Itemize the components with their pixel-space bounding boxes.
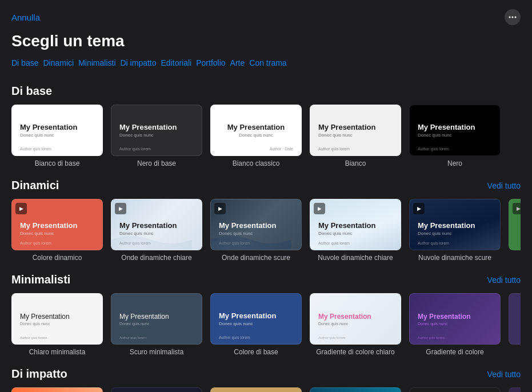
thumb-nuvole-scure: ▶ My Presentation Donec quis nunc Author… (409, 199, 501, 250)
theme-colore-dinamico[interactable]: ▶ My Presentation Donec quis nunc Author… (11, 199, 103, 262)
thumb-bianco-base: My Presentation Donec quis nunc Author q… (11, 105, 103, 156)
tab-di-impatto[interactable]: Di impatto (121, 57, 161, 69)
theme-impatto-3[interactable]: MY PRESENTATION (210, 387, 302, 392)
theme-impatto-4[interactable]: Donec quis nuno (310, 387, 401, 392)
thumb-gradiente-chiaro: My Presentation Donec quis nunc Author q… (310, 293, 401, 345)
svg-point-0 (509, 17, 511, 18)
theme-nero-base[interactable]: My Presentation Donec quis nunc Author q… (111, 105, 202, 167)
theme-colore-base-min[interactable]: My Presentation Donec quis nunc Author q… (210, 293, 302, 356)
theme-nuvole-chiare-label: Nuvole dinamiche chiare (318, 254, 393, 262)
thumb-scuro-min: My Presentation Donec quis nunc Author q… (111, 293, 202, 345)
tab-editoriali[interactable]: Editoriali (161, 57, 197, 69)
section-dinamici: Dinamici Vedi tutto ▶ My Presentation Do… (0, 172, 532, 266)
theme-extra-impatto[interactable] (509, 387, 521, 392)
section-dinamici-header: Dinamici Vedi tutto (11, 179, 521, 192)
section-minimalisti: Minimalisti Vedi tutto My Presentation D… (0, 266, 532, 361)
theme-bianco[interactable]: My Presentation Donec quis nunc Author q… (310, 105, 401, 167)
thumb-impatto-2: MY PRESENTATION (111, 387, 202, 392)
more-button[interactable] (505, 9, 521, 25)
svg-point-2 (515, 17, 517, 18)
thumb-extra-dynamic: ▶ (509, 199, 521, 250)
thumb-nero: My Presentation Donec quis nunc Author q… (409, 105, 501, 156)
theme-chiaro-min-label: Chiaro minimalista (29, 348, 86, 356)
tab-di-base[interactable]: Di base (11, 57, 43, 69)
thumb-impatto-1: MY PRESENTATION 👥 (11, 387, 103, 392)
theme-scuro-min-label: Scuro minimalista (130, 348, 184, 356)
theme-bianco-base-label: Bianco di base (35, 159, 80, 167)
see-all-dinamici[interactable]: Vedi tutto (487, 181, 521, 190)
thumb-colore-base-min: My Presentation Donec quis nunc Author q… (210, 293, 302, 345)
theme-gradiente-colore-label: Gradiente di colore (426, 348, 483, 356)
section-minimalisti-header: Minimalisti Vedi tutto (11, 273, 521, 286)
theme-gradiente-chiaro[interactable]: My Presentation Donec quis nunc Author q… (310, 293, 401, 356)
theme-impatto-5[interactable]: DONEC QUIS NUNO MY PRESENTATION (409, 387, 501, 392)
thumb-chiaro-min: My Presentation Donec quis nunc Author q… (11, 293, 103, 345)
wave-svg (211, 230, 291, 250)
theme-colore-dinamico-label: Colore dinamico (33, 254, 82, 262)
tab-portfolio[interactable]: Portfolio (196, 57, 230, 69)
theme-bianco-base[interactable]: My Presentation Donec quis nunc Author q… (11, 105, 103, 167)
theme-chiaro-min[interactable]: My Presentation Donec quis nunc Author q… (11, 293, 103, 356)
theme-nuvole-scure-label: Nuvole dinamiche scure (418, 254, 491, 262)
thumb-impatto-5: DONEC QUIS NUNO MY PRESENTATION (409, 387, 501, 392)
theme-nero-label: Nero (447, 159, 462, 167)
theme-bianco-label: Bianco (345, 159, 366, 167)
theme-impatto-1[interactable]: MY PRESENTATION 👥 (11, 387, 103, 392)
tab-dinamici[interactable]: Dinamici (43, 57, 78, 69)
thumb-colore-dinamico: ▶ My Presentation Donec quis nunc Author… (11, 199, 103, 250)
tab-minimalisti[interactable]: Minimalisti (78, 57, 120, 69)
theme-grid-minimalisti: My Presentation Donec quis nunc Author q… (11, 293, 521, 356)
tab-arte[interactable]: Arte (230, 57, 250, 69)
thumb-impatto-3: MY PRESENTATION (210, 387, 302, 392)
theme-onde-scure-label: Onde dinamiche scure (222, 254, 290, 262)
theme-nuvole-chiare[interactable]: ▶ My Presentation Donec quis nunc Author… (310, 199, 401, 262)
theme-grid-di-impatto: MY PRESENTATION 👥 MY PRESENTATION (11, 387, 521, 392)
page-title: Scegli un tema (0, 30, 532, 57)
theme-nero[interactable]: My Presentation Donec quis nunc Author q… (409, 105, 501, 167)
tab-con-trama[interactable]: Con trama (249, 57, 291, 69)
thumb-extra-min (509, 293, 521, 345)
cancel-button[interactable]: Annulla (11, 13, 40, 22)
section-di-base-title: Di base (11, 85, 52, 98)
theme-colore-base-min-label: Colore di base (234, 348, 278, 356)
thumb-bianco-classico: My Presentation Donec quis nunc Author ·… (210, 105, 302, 156)
svg-point-1 (512, 17, 514, 18)
see-all-minimalisti[interactable]: Vedi tutto (487, 275, 521, 285)
theme-bianco-classico[interactable]: My Presentation Donec quis nunc Author ·… (210, 105, 302, 167)
theme-extra-min[interactable] (509, 293, 521, 356)
section-di-impatto-title: Di impatto (11, 367, 67, 381)
thumb-impatto-4: Donec quis nuno (310, 387, 401, 392)
theme-nuvole-scure[interactable]: ▶ My Presentation Donec quis nunc Author… (409, 199, 501, 262)
section-di-base: Di base My Presentation Donec quis nunc … (0, 78, 532, 172)
thumb-gradiente-colore: My Presentation Donec quis nunc Author q… (409, 293, 501, 345)
theme-onde-chiare-label: Onde dinamiche chiare (121, 254, 191, 262)
theme-onde-chiare[interactable]: ▶ My Presentation Donec quis nunc Author… (111, 199, 202, 262)
theme-onde-scure[interactable]: ▶ My Presentation Donec quis nunc Author… (210, 199, 302, 262)
theme-impatto-2[interactable]: MY PRESENTATION (111, 387, 202, 392)
nav-tabs: Di base Dinamici Minimalisti Di impatto … (0, 57, 532, 78)
section-di-impatto: Di impatto Vedi tutto MY PRESENTATION 👥 (0, 361, 532, 392)
theme-extra-dynamic[interactable]: ▶ (509, 199, 521, 262)
wave-svg (111, 230, 192, 250)
header: Annulla (0, 0, 532, 30)
theme-nero-base-label: Nero di base (137, 159, 176, 167)
thumb-onde-scure: ▶ My Presentation Donec quis nunc Author… (210, 199, 302, 250)
section-minimalisti-title: Minimalisti (11, 273, 70, 286)
section-di-base-header: Di base (11, 85, 521, 98)
thumb-onde-chiare: ▶ My Presentation Donec quis nunc Author… (111, 199, 202, 250)
theme-gradiente-colore[interactable]: My Presentation Donec quis nunc Author q… (409, 293, 501, 356)
theme-gradiente-chiaro-label: Gradiente di colore chiaro (316, 348, 394, 356)
theme-bianco-classico-label: Bianco classico (233, 159, 280, 167)
section-di-impatto-header: Di impatto Vedi tutto (11, 367, 521, 381)
thumb-nuvole-chiare: ▶ My Presentation Donec quis nunc Author… (310, 199, 401, 250)
theme-grid-dinamici: ▶ My Presentation Donec quis nunc Author… (11, 199, 521, 262)
section-dinamici-title: Dinamici (11, 179, 59, 192)
theme-grid-di-base: My Presentation Donec quis nunc Author q… (11, 105, 521, 167)
thumb-nero-base: My Presentation Donec quis nunc Author q… (111, 105, 202, 156)
thumb-impatto-extra (509, 387, 521, 392)
see-all-di-impatto[interactable]: Vedi tutto (487, 370, 521, 379)
play-icon: ▶ (513, 203, 521, 214)
theme-scuro-min[interactable]: My Presentation Donec quis nunc Author q… (111, 293, 202, 356)
thumb-bianco: My Presentation Donec quis nunc Author q… (310, 105, 401, 156)
